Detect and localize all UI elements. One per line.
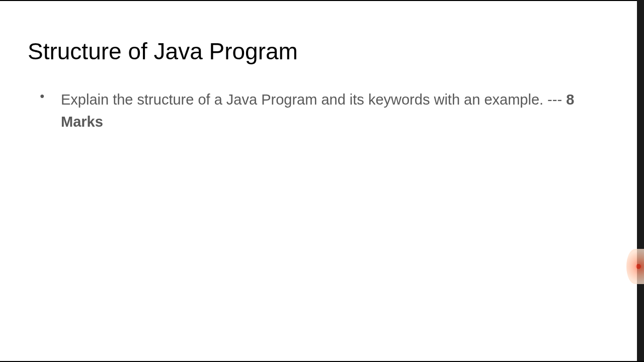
recording-dot-icon — [636, 264, 641, 269]
vertical-scrollbar[interactable] — [637, 0, 644, 362]
bullet-list: Explain the structure of a Java Program … — [28, 89, 616, 133]
recording-indicator-icon — [626, 249, 644, 284]
list-item: Explain the structure of a Java Program … — [40, 89, 616, 133]
bullet-text: Explain the structure of a Java Program … — [61, 92, 566, 108]
slide-title: Structure of Java Program — [28, 38, 616, 65]
presentation-slide: Structure of Java Program Explain the st… — [0, 0, 644, 362]
